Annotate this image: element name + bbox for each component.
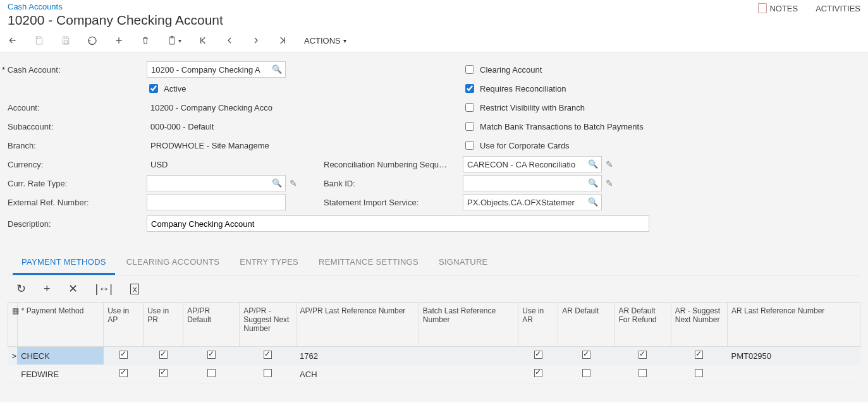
- cell-use-ap[interactable]: [104, 365, 144, 383]
- undo-icon[interactable]: [87, 35, 97, 45]
- cell-ar-suggest[interactable]: [671, 365, 727, 383]
- cell-payment-method[interactable]: FEDWIRE: [17, 365, 103, 383]
- ext-ref-input[interactable]: [147, 194, 286, 210]
- checkbox-icon[interactable]: [582, 351, 590, 359]
- grid-add-icon[interactable]: +: [44, 282, 51, 296]
- cell-use-ar[interactable]: [518, 365, 558, 383]
- refresh-icon[interactable]: ↻: [16, 282, 26, 296]
- tab-remittance-settings[interactable]: REMITTANCE SETTINGS: [310, 251, 427, 275]
- col-ar-suggest[interactable]: AR - Suggest Next Number: [671, 303, 727, 347]
- bank-id-input[interactable]: [463, 175, 602, 191]
- row-indicator[interactable]: [8, 365, 18, 383]
- checkbox-icon[interactable]: [639, 369, 647, 377]
- tab-payment-methods[interactable]: PAYMENT METHODS: [13, 251, 115, 275]
- clipboard-icon[interactable]: ▾: [167, 35, 181, 45]
- recon-seq-input[interactable]: [463, 156, 602, 172]
- cell-batch-last[interactable]: [419, 365, 518, 383]
- checkbox-icon[interactable]: [159, 351, 168, 359]
- export-icon[interactable]: x: [130, 284, 140, 294]
- clearing-checkbox[interactable]: [465, 65, 474, 74]
- tab-clearing-accounts[interactable]: CLEARING ACCOUNTS: [118, 251, 228, 275]
- description-input[interactable]: [147, 215, 649, 232]
- cell-ar-last[interactable]: PMT02950: [727, 347, 860, 365]
- checkbox-icon[interactable]: [119, 351, 128, 359]
- cell-appr-default[interactable]: [183, 365, 240, 383]
- col-appr-default[interactable]: AP/PR Default: [183, 303, 240, 347]
- cell-ar-default[interactable]: [558, 347, 614, 365]
- grid-delete-icon[interactable]: ✕: [68, 282, 78, 296]
- last-icon[interactable]: [278, 35, 288, 45]
- col-appr-suggest[interactable]: AP/PR - Suggest Next Number: [240, 303, 296, 347]
- checkbox-icon[interactable]: [639, 351, 647, 359]
- back-icon[interactable]: [8, 35, 18, 45]
- edit-icon[interactable]: ✎: [606, 159, 613, 169]
- checkbox-icon[interactable]: [207, 369, 216, 377]
- cell-ar-default[interactable]: [558, 365, 614, 383]
- checkbox-icon[interactable]: [695, 351, 703, 359]
- tab-entry-types[interactable]: ENTRY TYPES: [231, 251, 307, 275]
- cell-use-ar[interactable]: [518, 347, 558, 365]
- prev-icon[interactable]: [224, 35, 235, 45]
- requires-recon-checkbox[interactable]: [465, 84, 474, 93]
- page-title: 10200 - Company Checking Account: [8, 13, 223, 28]
- fit-columns-icon[interactable]: |↔|: [95, 282, 113, 296]
- checkbox-icon[interactable]: [207, 351, 216, 359]
- cash-account-input[interactable]: [147, 61, 286, 78]
- checkbox-icon[interactable]: [264, 351, 272, 359]
- corp-cards-checkbox[interactable]: [465, 141, 474, 150]
- account-value: 10200 - Company Checking Acco: [147, 103, 272, 112]
- checkbox-icon[interactable]: [159, 369, 168, 377]
- col-batch-last[interactable]: Batch Last Reference Number: [419, 303, 518, 347]
- col-ar-last[interactable]: AR Last Reference Number: [727, 303, 860, 347]
- cell-appr-default[interactable]: [183, 347, 240, 365]
- cell-ar-default-refund[interactable]: [614, 365, 671, 383]
- col-appr-last[interactable]: AP/PR Last Reference Number: [296, 303, 419, 347]
- cell-appr-last[interactable]: ACH: [296, 365, 419, 383]
- rate-type-input[interactable]: [147, 175, 286, 191]
- cell-ar-default-refund[interactable]: [614, 347, 671, 365]
- cell-appr-suggest[interactable]: [240, 347, 296, 365]
- cell-ar-suggest[interactable]: [671, 347, 727, 365]
- tab-signature[interactable]: SIGNATURE: [430, 251, 497, 275]
- delete-icon[interactable]: [140, 35, 150, 45]
- col-ar-default-refund[interactable]: AR Default For Refund: [614, 303, 671, 347]
- row-indicator[interactable]: >: [8, 347, 18, 365]
- checkbox-icon[interactable]: [695, 369, 703, 377]
- cell-appr-last[interactable]: 1762: [296, 347, 419, 365]
- checkbox-icon[interactable]: [264, 369, 272, 377]
- match-batch-checkbox[interactable]: [465, 122, 474, 131]
- restrict-vis-checkbox[interactable]: [465, 103, 474, 112]
- actions-dropdown[interactable]: ACTIONS ▾: [304, 36, 346, 45]
- active-checkbox[interactable]: [149, 84, 158, 93]
- add-icon[interactable]: [114, 35, 124, 45]
- activities-button[interactable]: ACTIVITIES: [816, 4, 860, 13]
- cell-payment-method[interactable]: CHECK: [17, 347, 103, 365]
- cell-use-ap[interactable]: [104, 347, 144, 365]
- col-use-ar[interactable]: Use in AR: [518, 303, 558, 347]
- notes-button[interactable]: NOTES: [758, 3, 798, 13]
- edit-icon[interactable]: ✎: [290, 178, 297, 188]
- edit-icon[interactable]: ✎: [606, 178, 613, 188]
- cell-ar-last[interactable]: [727, 365, 860, 383]
- col-payment-method[interactable]: * Payment Method: [17, 303, 103, 347]
- cell-use-pr[interactable]: [144, 347, 183, 365]
- table-row[interactable]: > CHECK 1762 PMT02950: [8, 347, 860, 365]
- cell-appr-suggest[interactable]: [240, 365, 296, 383]
- requires-recon-label: Requires Reconciliation: [480, 84, 566, 93]
- payment-methods-grid: ▦ * Payment Method Use in AP Use in PR A…: [8, 302, 860, 383]
- col-ar-default[interactable]: AR Default: [558, 303, 614, 347]
- next-icon[interactable]: [251, 35, 261, 45]
- checkbox-icon[interactable]: [534, 351, 542, 359]
- table-row[interactable]: FEDWIRE ACH: [8, 365, 860, 383]
- first-icon[interactable]: [198, 35, 208, 45]
- checkbox-icon[interactable]: [119, 369, 128, 377]
- description-label: Description:: [8, 219, 147, 229]
- col-use-pr[interactable]: Use in PR: [144, 303, 183, 347]
- col-use-ap[interactable]: Use in AP: [104, 303, 144, 347]
- breadcrumb[interactable]: Cash Accounts: [8, 2, 63, 11]
- stmt-import-input[interactable]: [463, 194, 602, 210]
- checkbox-icon[interactable]: [534, 369, 542, 377]
- cell-batch-last[interactable]: [419, 347, 518, 365]
- checkbox-icon[interactable]: [582, 369, 590, 377]
- cell-use-pr[interactable]: [144, 365, 183, 383]
